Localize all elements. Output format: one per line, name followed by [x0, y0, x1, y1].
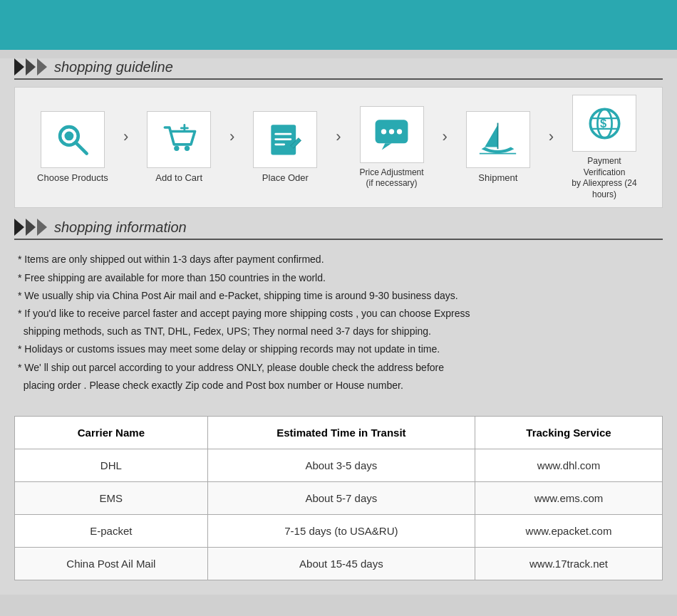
info-line-2: * Free shipping are available for more t…	[14, 269, 663, 287]
table-cell-time: 7-15 days (to USA&RU)	[207, 514, 475, 547]
step-add-to-cart-label: Add to Cart	[155, 172, 202, 184]
step-place-order-label: Place Oder	[262, 172, 309, 184]
info-line-1: * Items are only shipped out within 1-3 …	[14, 251, 663, 268]
step-shipment-icon-box	[466, 111, 530, 168]
table-cell-time: About 15-45 days	[207, 547, 475, 580]
chat-icon	[372, 115, 411, 154]
table-header-row: Carrier Name Estimated Time in Transit T…	[15, 416, 663, 449]
main-content: shopping guideline Choose Products ›	[0, 58, 677, 595]
guideline-section-header: shopping guideline	[14, 58, 663, 80]
arrow-2: ›	[226, 127, 238, 146]
table-cell-carrier: E-packet	[15, 514, 208, 547]
svg-point-1	[65, 132, 74, 141]
step-payment-verification: $ Payment Verification by Aliexpress (24…	[557, 95, 651, 200]
step-choose-products: Choose Products	[26, 111, 120, 184]
arrow-4: ›	[439, 127, 451, 146]
step-price-adjustment: Price Adjustment (if necessary)	[345, 106, 439, 189]
table-header-carrier: Carrier Name	[15, 416, 208, 449]
arrow-5: ›	[545, 127, 557, 146]
table-row: EMSAbout 5-7 dayswww.ems.com	[15, 481, 663, 514]
arrow-3: ›	[332, 127, 344, 146]
search-icon	[53, 120, 92, 159]
table-cell-time: About 3-5 days	[207, 449, 475, 481]
step-payment-verification-label: Payment Verification by Aliexpress (24 h…	[569, 156, 640, 200]
table-row: DHLAbout 3-5 dayswww.dhl.com	[15, 449, 663, 481]
note-icon	[266, 120, 305, 159]
step-shipment-label: Shipment	[478, 172, 517, 184]
table-cell-carrier: EMS	[15, 481, 208, 514]
step-place-order-icon-box	[253, 111, 317, 168]
step-price-adjustment-label: Price Adjustment (if necessary)	[360, 167, 424, 189]
svg-point-13	[389, 129, 394, 134]
svg-point-3	[174, 146, 179, 151]
info-header-bar: shopping information	[14, 219, 663, 240]
svg-point-12	[381, 129, 386, 134]
svg-point-14	[397, 129, 402, 134]
globe-icon: $	[585, 104, 624, 143]
guideline-icon	[14, 58, 48, 75]
step-choose-products-label: Choose Products	[37, 172, 108, 184]
table-header-tracking: Tracking Service	[475, 416, 662, 449]
step-add-to-cart: Add to Cart	[132, 111, 226, 184]
info-icon	[14, 219, 48, 236]
step-add-to-cart-icon-box	[147, 111, 211, 168]
guideline-title: shopping guideline	[54, 59, 173, 75]
shipping-table: Carrier Name Estimated Time in Transit T…	[14, 416, 663, 580]
step-payment-verification-icon-box: $	[572, 95, 636, 152]
svg-point-4	[184, 146, 189, 151]
table-row: E-packet7-15 days (to USA&RU)www.epacket…	[15, 514, 663, 547]
top-banner	[0, 0, 677, 50]
table-cell-carrier: DHL	[15, 449, 208, 481]
table-cell-tracking: www.ems.com	[475, 481, 662, 514]
info-line-4: * If you'd like to receive parcel faster…	[14, 305, 663, 340]
cart-icon	[160, 120, 199, 159]
table-cell-tracking: www.dhl.com	[475, 449, 662, 481]
arrow-1: ›	[120, 127, 132, 146]
step-place-order: Place Oder	[238, 111, 332, 184]
table-cell-tracking: www.epacket.com	[475, 514, 662, 547]
table-cell-carrier: China Post Ail Mail	[15, 547, 208, 580]
table-cell-tracking: www.17track.net	[475, 547, 662, 580]
svg-text:$: $	[600, 117, 606, 130]
svg-line-2	[76, 142, 88, 154]
step-choose-products-icon-box	[41, 111, 105, 168]
table-row: China Post Ail MailAbout 15-45 dayswww.1…	[15, 547, 663, 580]
info-section: * Items are only shipped out within 1-3 …	[14, 247, 663, 405]
step-shipment: Shipment	[451, 111, 545, 184]
guideline-header-bar: shopping guideline	[14, 58, 663, 80]
steps-container: Choose Products › Add to Cart ›	[14, 87, 663, 208]
info-section-header: shopping information	[14, 219, 663, 240]
table-cell-time: About 5-7 days	[207, 481, 475, 514]
boat-icon	[478, 120, 517, 159]
info-line-6: * We' ll ship out parcel according to yo…	[14, 359, 663, 395]
step-price-adjustment-icon-box	[360, 106, 424, 163]
info-line-5: * Holidays or customs issues may meet so…	[14, 340, 663, 358]
table-header-time: Estimated Time in Transit	[207, 416, 475, 449]
info-line-3: * We usually ship via China Post Air mai…	[14, 287, 663, 305]
info-title: shopping information	[54, 219, 187, 236]
